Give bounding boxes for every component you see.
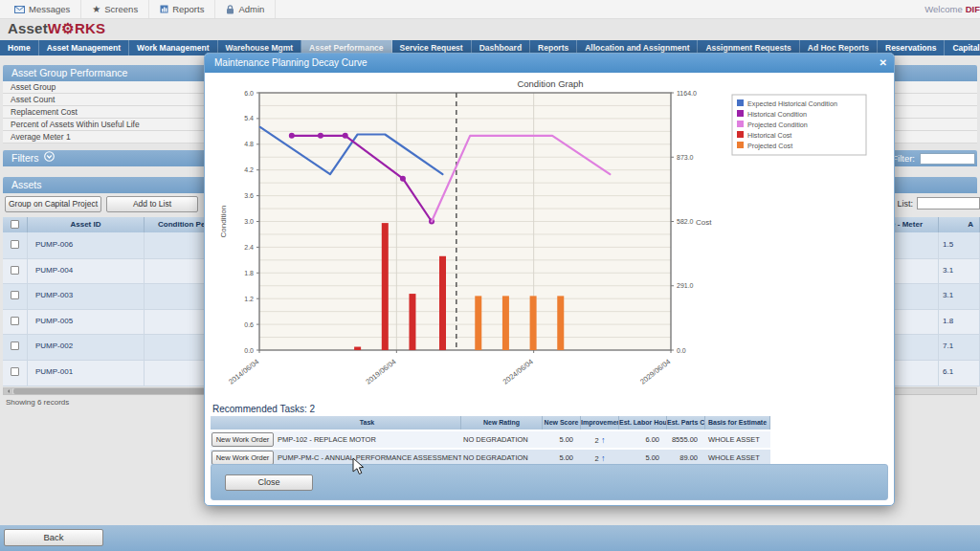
svg-text:2024/06/04: 2024/06/04 <box>501 357 535 386</box>
dialog-footer: Close <box>211 464 888 500</box>
row-checkbox[interactable] <box>11 317 19 325</box>
quick-filter-input[interactable] <box>920 153 975 165</box>
svg-text:1.2: 1.2 <box>244 296 254 302</box>
menu-screens-label: Screens <box>104 4 138 14</box>
dialog-title: Maintenance Planning Decay Curve <box>214 57 368 68</box>
svg-text:2.4: 2.4 <box>244 244 254 251</box>
svg-text:4.2: 4.2 <box>244 166 254 173</box>
svg-text:Historical Cost: Historical Cost <box>747 131 791 140</box>
meter-cell: 1.8 <box>939 309 980 336</box>
tab-capital-planning[interactable]: Capital Planning <box>945 40 980 55</box>
svg-text:291.0: 291.0 <box>677 282 694 289</box>
svg-text:873.0: 873.0 <box>677 154 694 161</box>
basis-cell: WHOLE ASSET <box>705 435 770 444</box>
col-task: Task <box>274 416 461 430</box>
recommended-tasks-table: Task New Rating New Score Improvement Es… <box>211 416 770 466</box>
lock-icon <box>226 5 234 14</box>
group-on-capital-project-button[interactable]: Group on Capital Project <box>5 196 101 212</box>
new-score-cell: 5.00 <box>543 435 581 444</box>
tab-asset-management[interactable]: Asset Management <box>39 40 129 55</box>
labor-hours-cell: 6.00 <box>619 435 667 444</box>
col-improvement: Improvement <box>581 416 619 430</box>
svg-text:2019/06/04: 2019/06/04 <box>364 357 397 386</box>
svg-text:Projected Condition: Projected Condition <box>747 121 808 129</box>
filters-title: Filters <box>11 150 39 166</box>
col-basis-for-estimate: Basis for Estimate <box>705 416 770 430</box>
svg-text:0.0: 0.0 <box>244 347 254 354</box>
chevron-down-icon[interactable] <box>44 150 55 166</box>
menu-admin-label: Admin <box>238 4 264 14</box>
condition-graph-chart: 0.00.61.21.82.43.03.64.24.85.46.00.0291.… <box>212 77 888 394</box>
svg-text:2029/06/04: 2029/06/04 <box>638 357 672 386</box>
list-input[interactable] <box>917 197 980 209</box>
new-score-cell: 5.00 <box>543 453 581 462</box>
close-icon[interactable]: ✕ <box>880 54 887 73</box>
asset-id-cell: PUMP-001 <box>28 360 145 386</box>
welcome-username: DIF <box>966 4 980 14</box>
menu-messages[interactable]: Messages <box>4 0 81 18</box>
svg-text:6.0: 6.0 <box>244 90 254 97</box>
scroll-left-arrow[interactable] <box>4 388 12 394</box>
list-label: List: <box>897 199 913 209</box>
maintenance-planning-decay-curve-dialog: Maintenance Planning Decay Curve ✕ 0.00.… <box>204 53 895 506</box>
svg-text:4.8: 4.8 <box>244 141 254 147</box>
improvement-cell: 2 ↑ <box>581 453 619 463</box>
svg-text:5.4: 5.4 <box>244 115 254 121</box>
row-checkbox[interactable] <box>11 240 19 249</box>
close-button[interactable]: Close <box>225 474 313 491</box>
task-row: New Work Order PMP-102 - REPLACE MOTOR N… <box>211 431 770 448</box>
svg-text:Projected Cost: Projected Cost <box>747 142 792 150</box>
new-rating-cell: NO DEGRADATION <box>461 435 543 444</box>
svg-text:Expected Historical Condition: Expected Historical Condition <box>747 99 837 108</box>
asset-id-cell: PUMP-005 <box>28 309 145 336</box>
meter-cell: 7.1 <box>939 334 980 361</box>
meter-cell: 1.5 <box>939 232 980 259</box>
meter-cell: 6.1 <box>939 360 980 386</box>
basis-cell: WHOLE ASSET <box>705 453 770 462</box>
tasks-table-header: Task New Rating New Score Improvement Es… <box>211 416 770 430</box>
add-to-list-button[interactable]: Add to List <box>106 196 198 212</box>
col-far-right: A <box>939 217 980 232</box>
assetworks-logo: AssetW⚙RKS <box>8 20 105 40</box>
improvement-cell: 2 ↑ <box>581 435 619 445</box>
svg-text:2014/06/04: 2014/06/04 <box>227 357 260 386</box>
report-icon <box>160 5 168 13</box>
select-all-checkbox[interactable] <box>11 220 19 229</box>
row-checkbox[interactable] <box>11 367 19 376</box>
svg-text:1.8: 1.8 <box>244 270 254 276</box>
row-checkbox[interactable] <box>11 342 19 350</box>
new-rating-cell: NO DEGRADATION <box>461 453 543 462</box>
svg-text:Historical Condition: Historical Condition <box>747 110 807 119</box>
back-button[interactable]: Back <box>4 529 103 546</box>
menu-screens[interactable]: ★ Screens <box>81 0 149 18</box>
new-work-order-button[interactable]: New Work Order <box>212 432 274 447</box>
meter-cell: 3.1 <box>939 283 980 310</box>
col-asset-id: Asset ID <box>28 217 145 232</box>
menu-messages-label: Messages <box>29 4 70 14</box>
svg-text:3.6: 3.6 <box>244 192 254 199</box>
asset-id-cell: PUMP-003 <box>28 283 145 310</box>
svg-text:0.6: 0.6 <box>244 321 254 328</box>
row-checkbox[interactable] <box>11 291 19 299</box>
labor-hours-cell: 5.00 <box>619 453 667 462</box>
asset-id-cell: PUMP-006 <box>28 232 145 259</box>
row-checkbox[interactable] <box>11 266 19 275</box>
envelope-icon <box>14 6 25 13</box>
record-count: Showing 6 records <box>6 398 69 407</box>
meter-cell: 3.1 <box>939 258 980 285</box>
svg-text:Condition: Condition <box>219 206 228 238</box>
svg-text:Cost: Cost <box>696 218 712 227</box>
asset-id-cell: PUMP-002 <box>28 334 145 361</box>
col-new-score: New Score <box>543 416 581 430</box>
menu-admin[interactable]: Admin <box>215 0 276 18</box>
menu-reports-label: Reports <box>172 4 204 14</box>
asset-id-cell: PUMP-004 <box>28 258 145 285</box>
col-est-parts-cost: Est. Parts Cost <box>667 416 705 430</box>
svg-text:582.0: 582.0 <box>677 218 694 225</box>
up-arrow-icon: ↑ <box>601 453 606 463</box>
menu-reports[interactable]: Reports <box>149 0 215 18</box>
svg-text:Condition Graph: Condition Graph <box>517 78 583 89</box>
gear-icon: ⚙ <box>61 20 75 36</box>
tab-home[interactable]: Home <box>0 40 39 55</box>
new-work-order-button[interactable]: New Work Order <box>212 451 274 465</box>
